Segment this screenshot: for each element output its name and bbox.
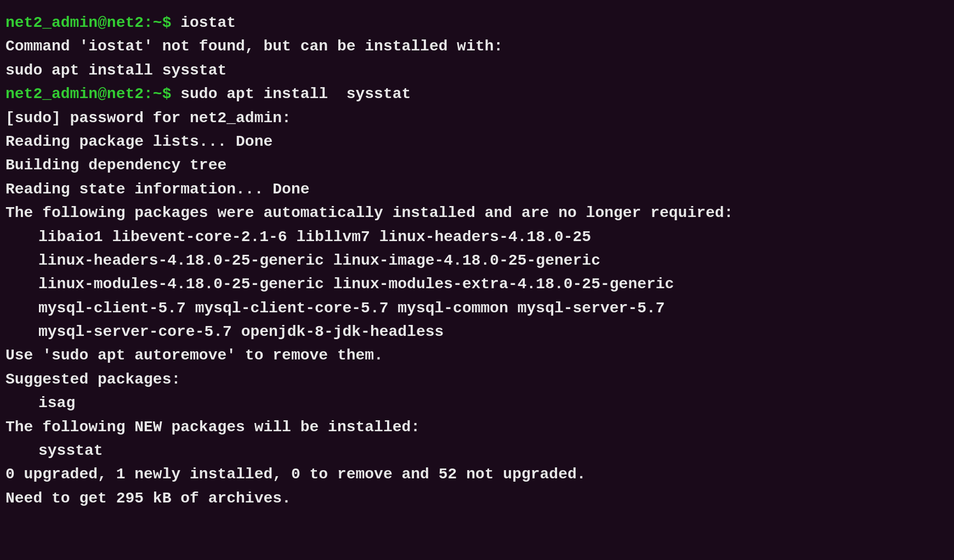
reading-state: Reading state information... Done <box>5 178 949 201</box>
not-found: Command 'iostat' not found, but can be i… <box>5 35 949 58</box>
need-to-get: Need to get 295 kB of archives. <box>5 487 949 510</box>
sudo-password: [sudo] password for net2_admin: <box>5 106 949 130</box>
autoremove: Use 'sudo apt autoremove' to remove them… <box>5 344 949 367</box>
pkg2: linux-headers-4.18.0-25-generic linux-im… <box>5 249 949 272</box>
new-packages: The following NEW packages will be insta… <box>5 415 949 439</box>
pkg4: mysql-client-5.7 mysql-client-core-5.7 m… <box>5 296 949 320</box>
command-text: sudo apt install sysstat <box>180 85 411 102</box>
pkg3: linux-modules-4.18.0-25-generic linux-mo… <box>5 272 949 296</box>
prompt-text: net2_admin@net2:~$ <box>5 85 180 102</box>
prompt-text: net2_admin@net2:~$ <box>5 14 180 31</box>
pkg5: mysql-server-core-5.7 openjdk-8-jdk-head… <box>5 320 949 344</box>
suggested: Suggested packages: <box>5 368 949 391</box>
isag: isag <box>5 391 949 415</box>
upgrade-summary: 0 upgraded, 1 newly installed, 0 to remo… <box>5 462 949 486</box>
auto-installed: The following packages were automaticall… <box>5 201 949 225</box>
pkg1: libaio1 libevent-core-2.1-6 libllvm7 lin… <box>5 225 949 249</box>
prompt-sudo: net2_admin@net2:~$ sudo apt install syss… <box>5 82 949 106</box>
prompt-iostat: net2_admin@net2:~$ iostat <box>5 11 949 35</box>
sudo-install-suggest: sudo apt install sysstat <box>5 59 949 82</box>
building-dep: Building dependency tree <box>5 153 949 177</box>
sysstat: sysstat <box>5 439 949 462</box>
terminal-output: net2_admin@net2:~$ iostatCommand 'iostat… <box>5 11 949 510</box>
reading-pkg: Reading package lists... Done <box>5 130 949 153</box>
command-text: iostat <box>180 14 236 31</box>
